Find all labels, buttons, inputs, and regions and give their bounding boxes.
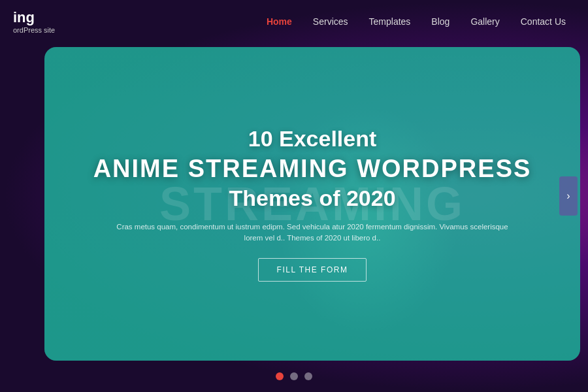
- pagination-dot-1[interactable]: [276, 372, 284, 380]
- hero-headline-bottom: Themes of 2020: [229, 186, 395, 211]
- hero-headline-main: ANIME STREAMING WORDPRESS: [93, 155, 532, 183]
- nav-item-contact[interactable]: Contact Us: [512, 11, 575, 32]
- nav-item-home[interactable]: Home: [257, 11, 301, 32]
- hero-content: 10 Excellent ANIME STREAMING WORDPRESS T…: [44, 47, 580, 361]
- nav-item-templates[interactable]: Templates: [360, 11, 420, 32]
- header: ing ordPress site Home Services Template…: [0, 0, 588, 43]
- pagination-dot-3[interactable]: [304, 372, 312, 380]
- nav: Home Services Templates Blog Gallery Con…: [257, 11, 575, 32]
- pagination-dot-2[interactable]: [290, 372, 298, 380]
- hero-description: Cras metus quam, condimentum ut iustrum …: [110, 221, 515, 244]
- hero-cta-button[interactable]: FILL THE FORM: [258, 258, 367, 282]
- hero-card: STREAMING 10 Excellent ANIME STREAMING W…: [44, 47, 580, 361]
- logo-subtitle: ordPress site: [13, 26, 55, 34]
- hero-headline-top: 10 Excellent: [248, 126, 377, 152]
- nav-item-services[interactable]: Services: [304, 11, 357, 32]
- logo: ing ordPress site: [13, 9, 55, 34]
- next-slide-button[interactable]: ›: [559, 176, 578, 216]
- nav-item-gallery[interactable]: Gallery: [461, 11, 508, 32]
- nav-item-blog[interactable]: Blog: [422, 11, 459, 32]
- logo-title: ing: [13, 9, 55, 26]
- pagination: [276, 372, 312, 380]
